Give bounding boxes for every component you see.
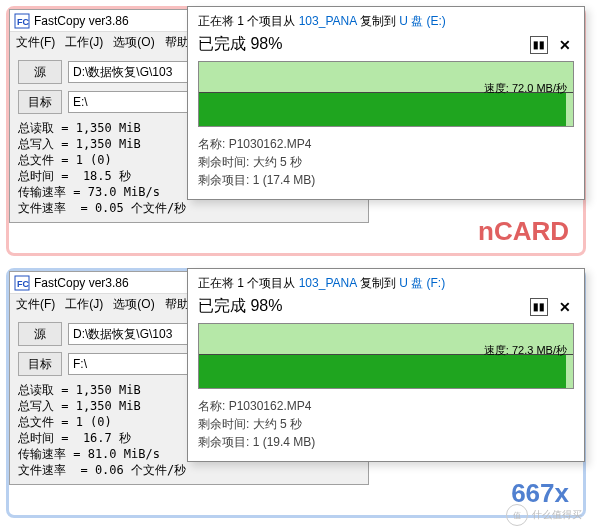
menu-option[interactable]: 选项(O) [113, 34, 154, 50]
transfer-graph: 速度: 72.0 MB/秒 [198, 61, 574, 127]
card-label-ncard: nCARD [478, 216, 569, 247]
copy-dest-link[interactable]: U 盘 (F:) [399, 276, 445, 290]
menu-option[interactable]: 选项(O) [113, 296, 154, 312]
pause-button[interactable]: ▮▮ [530, 36, 548, 54]
speed-label: 速度: 72.0 MB/秒 [484, 81, 567, 96]
pause-button[interactable]: ▮▮ [530, 298, 548, 316]
target-button[interactable]: 目标 [18, 90, 62, 114]
copy-header: 正在将 1 个项目从 103_PANA 复制到 U 盘 (E:) [188, 7, 584, 32]
close-button[interactable]: ✕ [556, 36, 574, 54]
progress-percent: 已完成 98% [198, 34, 282, 55]
copy-source-link[interactable]: 103_PANA [299, 14, 357, 28]
card-ncard: FC FastCopy ver3.86 文件(F) 工作(J) 选项(O) 帮助… [6, 6, 586, 256]
fastcopy-app-icon: FC [14, 275, 30, 291]
copy-dialog-top: 正在将 1 个项目从 103_PANA 复制到 U 盘 (E:) 已完成 98%… [187, 6, 585, 200]
source-button[interactable]: 源 [18, 60, 62, 84]
target-button[interactable]: 目标 [18, 352, 62, 376]
source-button[interactable]: 源 [18, 322, 62, 346]
file-name-line: 名称: P1030162.MP4 [198, 135, 574, 153]
fastcopy-app-icon: FC [14, 13, 30, 29]
watermark: 值 什么值得买 [506, 504, 582, 526]
menu-file[interactable]: 文件(F) [16, 296, 55, 312]
menu-work[interactable]: 工作(J) [65, 296, 103, 312]
progress-percent: 已完成 98% [198, 296, 282, 317]
items-remaining-line: 剩余项目: 1 (17.4 MB) [198, 171, 574, 189]
copy-meta: 名称: P1030162.MP4 剩余时间: 大约 5 秒 剩余项目: 1 (1… [188, 389, 584, 461]
fastcopy-title: FastCopy ver3.86 [34, 14, 129, 28]
time-remaining-line: 剩余时间: 大约 5 秒 [198, 153, 574, 171]
time-remaining-line: 剩余时间: 大约 5 秒 [198, 415, 574, 433]
copy-header: 正在将 1 个项目从 103_PANA 复制到 U 盘 (F:) [188, 269, 584, 294]
watermark-icon: 值 [506, 504, 528, 526]
transfer-graph: 速度: 72.3 MB/秒 [198, 323, 574, 389]
copy-dest-link[interactable]: U 盘 (E:) [399, 14, 446, 28]
speed-label: 速度: 72.3 MB/秒 [484, 343, 567, 358]
copy-meta: 名称: P1030162.MP4 剩余时间: 大约 5 秒 剩余项目: 1 (1… [188, 127, 584, 199]
items-remaining-line: 剩余项目: 1 (19.4 MB) [198, 433, 574, 451]
svg-text:FC: FC [17, 17, 29, 27]
card-667x: FC FastCopy ver3.86 文件(F) 工作(J) 选项(O) 帮助… [6, 268, 586, 518]
menu-work[interactable]: 工作(J) [65, 34, 103, 50]
menu-file[interactable]: 文件(F) [16, 34, 55, 50]
close-button[interactable]: ✕ [556, 298, 574, 316]
copy-source-link[interactable]: 103_PANA [299, 276, 357, 290]
copy-dialog-bottom: 正在将 1 个项目从 103_PANA 复制到 U 盘 (F:) 已完成 98%… [187, 268, 585, 462]
file-name-line: 名称: P1030162.MP4 [198, 397, 574, 415]
fastcopy-title: FastCopy ver3.86 [34, 276, 129, 290]
svg-text:FC: FC [17, 279, 29, 289]
